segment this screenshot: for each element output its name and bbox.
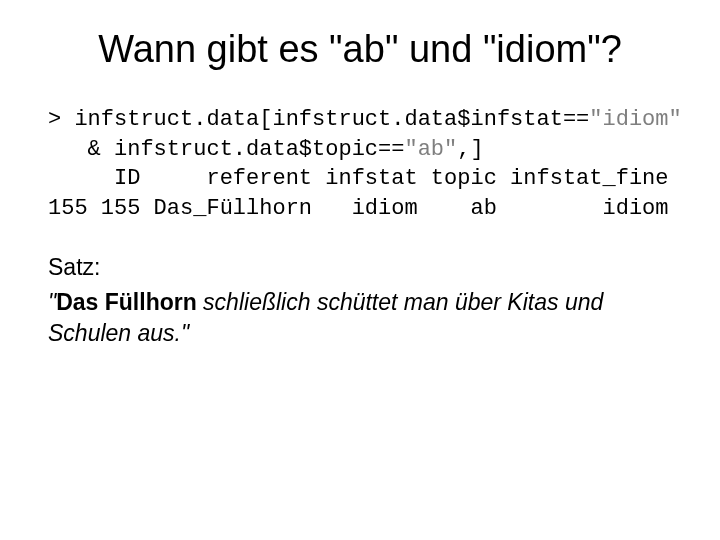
body-text: Satz: "Das Füllhorn schließlich schüttet…	[48, 252, 672, 349]
body-quote: "Das Füllhorn schließlich schüttet man ü…	[48, 287, 672, 349]
code-prompt: >	[48, 107, 61, 132]
body-label: Satz:	[48, 252, 672, 283]
quote-bold: Das Füllhorn	[56, 289, 197, 315]
code-line1a: infstruct.data[infstruct.data$infstat==	[74, 107, 589, 132]
quote-prefix: "	[48, 289, 56, 315]
code-str-idiom: "idiom"	[589, 107, 681, 132]
code-line2c: ,]	[457, 137, 483, 162]
code-header: ID referent infstat topic infstat_fine	[48, 166, 669, 191]
code-block: > infstruct.data[infstruct.data$infstat=…	[48, 105, 672, 224]
code-row: 155 155 Das_Füllhorn idiom ab idiom	[48, 196, 669, 221]
slide-title: Wann gibt es "ab" und "idiom"?	[48, 28, 672, 71]
code-str-ab: "ab"	[404, 137, 457, 162]
code-line2a: & infstruct.data$topic==	[48, 137, 404, 162]
